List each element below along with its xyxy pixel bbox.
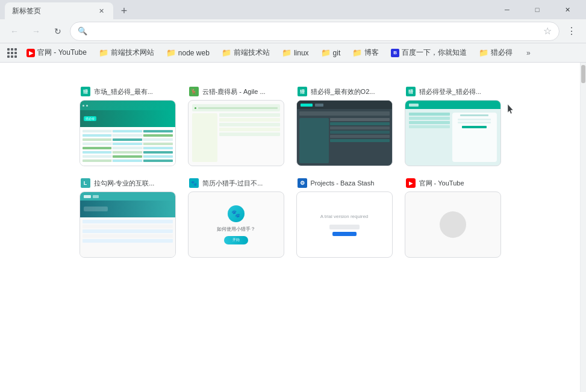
- bookmark-label-git: git: [333, 49, 341, 57]
- folder-icon: 📁: [282, 48, 291, 57]
- thumb-image-4: [405, 100, 501, 166]
- baza-input-field: [329, 225, 360, 229]
- thumb-card-7[interactable]: ⚙ Projects - Baza Stash A trial version …: [296, 178, 393, 258]
- liepin-body-1: [80, 127, 175, 164]
- apps-button[interactable]: [5, 46, 19, 60]
- thumb-card-8[interactable]: ▶ 官网 - YouTube: [405, 178, 501, 258]
- bookmark-item-yt[interactable]: ▶ 官网 - YouTube: [22, 46, 92, 60]
- thumbnails-grid: 猎 市场_猎必得_最有... 猎必得: [79, 87, 501, 258]
- forward-button[interactable]: →: [26, 22, 46, 41]
- liepin-detail-1: 猎必得: [80, 101, 175, 166]
- thumb-title-6: 简历小猎手-过目不...: [202, 179, 283, 188]
- bookmark-star-icon[interactable]: ☆: [543, 25, 552, 37]
- bookmark-folder-qianduan-net[interactable]: 📁 前端技术网站: [94, 46, 159, 60]
- thumb-header-7: ⚙ Projects - Baza Stash: [296, 178, 393, 188]
- active-tab[interactable]: 新标签页 ✕: [5, 2, 113, 19]
- tab-title: 新标签页: [12, 6, 92, 16]
- maximize-button[interactable]: □: [523, 1, 551, 18]
- liepin-nav-1: [80, 101, 175, 110]
- thumb-favicon-2: 🦌: [189, 87, 199, 96]
- bookmark-folder-git[interactable]: 📁 git: [316, 46, 346, 60]
- thumb-favicon-3: 猎: [298, 87, 307, 96]
- apps-grid-icon: [7, 48, 17, 58]
- liepin-o2-content: [297, 101, 392, 166]
- tab-strip: 新标签页 ✕ +: [5, 0, 488, 19]
- liepin-hero-text-1: 猎必得: [84, 116, 96, 121]
- baza-email-text: A trial version required: [316, 213, 373, 220]
- baza-submit-btn: [332, 232, 357, 236]
- thumb-title-1: 市场_猎必得_最有...: [94, 87, 175, 96]
- folder-icon: 📁: [166, 48, 176, 57]
- thumb-favicon-4: 猎: [406, 87, 416, 96]
- minimize-button[interactable]: ─: [493, 1, 521, 18]
- thumb-card-3[interactable]: 猎 猎必得_最有效的O2...: [296, 87, 393, 166]
- bookmark-folder-liepin[interactable]: 📁 猎必得: [474, 46, 517, 60]
- thumb-image-5: [79, 191, 176, 258]
- xiaolieshou-text: 如何使用小猎手？: [217, 226, 255, 232]
- thumb-card-6[interactable]: 🐾 简历小猎手-过目不... 🐾 如何使用小猎手？ 开始: [188, 178, 284, 258]
- yt-favicon-icon: ▶: [26, 49, 35, 57]
- bookmark-label-nw: node web: [178, 49, 210, 57]
- bookmarks-bar: ▶ 官网 - YouTube 📁 前端技术网站 📁 node web 📁 前端技…: [0, 43, 586, 63]
- thumb-favicon-6: 🐾: [189, 178, 199, 188]
- bookmark-label-blog: 博客: [364, 48, 379, 58]
- thumb-image-1: 猎必得: [79, 100, 176, 166]
- address-input[interactable]: [92, 26, 538, 36]
- thumb-header-2: 🦌 云猎-鹿得易 - Agile ...: [188, 87, 284, 96]
- tab-close-button[interactable]: ✕: [96, 6, 106, 16]
- close-button[interactable]: ✕: [553, 1, 581, 18]
- scrollbar[interactable]: [580, 63, 586, 392]
- bookmarks-more-button[interactable]: »: [521, 46, 535, 60]
- xiaolieshou-btn: 开始: [224, 236, 248, 244]
- thumb-header-8: ▶ 官网 - YouTube: [405, 178, 501, 188]
- scrollbar-thumb[interactable]: [581, 65, 585, 83]
- folder-icon: 📁: [99, 48, 108, 57]
- thumb-header-1: 猎 市场_猎必得_最有...: [79, 87, 176, 96]
- new-tab-button[interactable]: +: [116, 2, 132, 19]
- thumb-title-7: Projects - Baza Stash: [311, 179, 391, 187]
- yunlie-content: [189, 101, 284, 166]
- bookmark-folder-linux[interactable]: 📁 linux: [277, 46, 314, 60]
- thumb-image-6: 🐾 如何使用小猎手？ 开始: [188, 191, 284, 258]
- xiaolieshou-content: 🐾 如何使用小猎手？ 开始: [189, 192, 284, 257]
- bookmark-folder-blog[interactable]: 📁 博客: [348, 46, 384, 60]
- scrollbar-track: [581, 63, 586, 392]
- thumb-card-2[interactable]: 🦌 云猎-鹿得易 - Agile ...: [188, 87, 284, 166]
- window-controls: ─ □ ✕: [493, 1, 581, 18]
- bookmark-folder-node-web[interactable]: 📁 node web: [161, 46, 214, 60]
- refresh-button[interactable]: ↻: [48, 22, 67, 41]
- thumb-favicon-7: ⚙: [298, 178, 307, 188]
- thumb-header-5: L 拉勾网-专业的互联...: [79, 178, 176, 188]
- thumb-image-2: [188, 100, 284, 166]
- yt-loading-circle: [440, 211, 466, 238]
- thumb-favicon-5: L: [81, 178, 90, 188]
- bookmark-label-yt: 官网 - YouTube: [37, 48, 87, 58]
- bookmark-item-baidu[interactable]: B 百度一下，你就知道: [386, 46, 472, 60]
- folder-icon: 📁: [321, 48, 331, 57]
- title-bar: 新标签页 ✕ + ─ □ ✕: [0, 0, 586, 19]
- thumb-image-8: [405, 191, 501, 258]
- lagou-content: [80, 192, 175, 257]
- folder-icon: 📁: [222, 48, 231, 57]
- liepin-hero-1: 猎必得: [80, 110, 175, 127]
- folder-icon: 📁: [352, 48, 362, 57]
- thumb-image-7: A trial version required: [296, 191, 393, 258]
- thumb-card-1[interactable]: 猎 市场_猎必得_最有... 猎必得: [79, 87, 176, 166]
- bookmark-label-baidu: 百度一下，你就知道: [402, 48, 467, 58]
- chrome-menu-button[interactable]: ⋮: [562, 22, 581, 41]
- main-content: 猎 市场_猎必得_最有... 猎必得: [0, 63, 586, 392]
- bookmark-folder-qianduan-zhan[interactable]: 📁 前端技术站: [217, 46, 275, 60]
- thumb-title-3: 猎必得_最有效的O2...: [311, 87, 391, 96]
- bookmark-label-linux: linux: [294, 49, 309, 57]
- bookmark-label-qz: 前端技术站: [234, 48, 270, 58]
- yt-content: [405, 192, 500, 257]
- thumb-card-4[interactable]: 猎 猎必得登录_猎必得...: [405, 87, 501, 166]
- thumb-header-3: 猎 猎必得_最有效的O2...: [296, 87, 393, 96]
- thumb-title-5: 拉勾网-专业的互联...: [94, 179, 175, 188]
- thumb-header-4: 猎 猎必得登录_猎必得...: [405, 87, 501, 96]
- thumb-card-5[interactable]: L 拉勾网-专业的互联...: [79, 178, 176, 258]
- folder-icon: 📁: [479, 48, 488, 57]
- bookmark-label-qn: 前端技术网站: [111, 48, 154, 58]
- liepin-login-content: [405, 101, 500, 166]
- back-button[interactable]: ←: [5, 22, 24, 41]
